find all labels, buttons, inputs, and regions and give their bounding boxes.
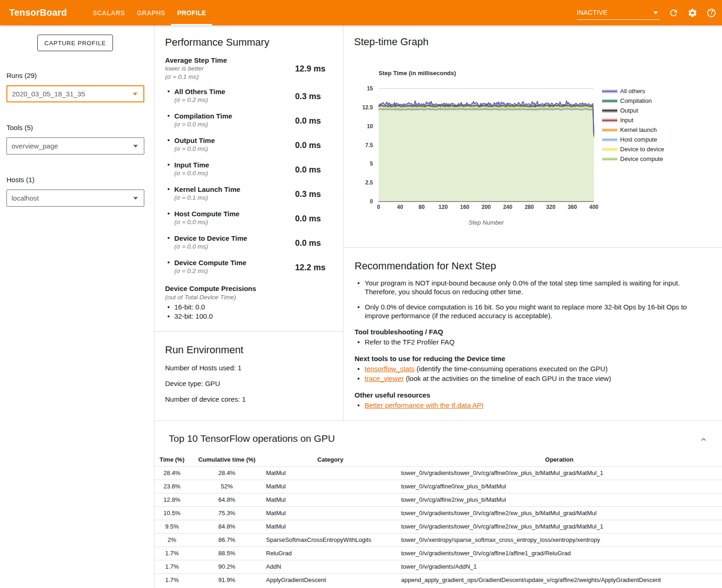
status-select[interactable]: INACTIVE — [577, 6, 660, 20]
recommendation-card: Recommendation for Next Step Your progra… — [344, 248, 722, 410]
precision-item: 32-bit: 100.0 — [165, 312, 343, 321]
metric-row: •Host Compute Time(σ = 0.0 ms)0.0 ms — [165, 209, 343, 228]
metric-sigma: (σ = 0.0 ms) — [174, 243, 290, 251]
link[interactable]: trace_viewer — [365, 374, 404, 382]
capture-profile-button[interactable]: CAPTURE PROFILE — [37, 35, 113, 51]
bullet-dot: • — [167, 185, 170, 193]
section-heading: Tool troubleshooting / FAQ — [355, 327, 708, 336]
table-header-row: Time (%) Cumulative time (%) Category Op… — [154, 453, 722, 466]
svg-text:15: 15 — [367, 85, 373, 92]
svg-text:Step Time (in milliseconds): Step Time (in milliseconds) — [379, 70, 456, 77]
section-item: tensorflow_stats (identify the time-cons… — [355, 364, 708, 374]
time-cell: 12.8% — [154, 493, 189, 506]
tab-profile[interactable]: PROFILE — [171, 0, 212, 25]
time-cell: 23.6% — [154, 480, 189, 493]
hosts-select-value: localhost — [12, 194, 39, 202]
average-step-time-row: Average Step Time lower is better (σ = 0… — [165, 56, 343, 81]
metric-value: 0.3 ms — [295, 92, 321, 101]
svg-text:7.5: 7.5 — [365, 142, 373, 148]
svg-text:Compilation: Compilation — [620, 97, 652, 104]
tensorboard-profile-page: TensorBoard SCALARS GRAPHS PROFILE INACT… — [0, 0, 722, 588]
top-nav-tabs: SCALARS GRAPHS PROFILE — [87, 0, 212, 25]
operation-cell: tower_0/v/cg/affine0/xw_plus_b/MatMul — [397, 480, 722, 493]
metric-row: •Device to Device Time(σ = 0.0 ms)0.0 ms — [165, 234, 343, 252]
metric-label: Average Step Time — [165, 56, 280, 65]
top-ops-title: Top 10 TensorFlow operations on GPU — [169, 433, 722, 444]
step-time-chart[interactable]: Step Time (in milliseconds)02.557.51012.… — [344, 62, 722, 233]
metric-list: •All Others Time(σ = 0.2 ms)0.3 ms•Compi… — [165, 87, 343, 277]
metric-value: 0.0 ms — [295, 116, 321, 126]
cumulative-cell: 90.2% — [189, 560, 264, 573]
metric-value: 12.9 ms — [295, 64, 325, 73]
metric-sigma: (σ = 0.1 ms) — [174, 194, 290, 202]
tools-label: Tools (5) — [6, 124, 154, 131]
metric-label: All Others Time — [174, 87, 290, 96]
hosts-select[interactable]: localhost — [6, 190, 144, 207]
performance-summary-card: Performance Summary Average Step Time lo… — [154, 25, 343, 321]
hosts-label: Hosts (1) — [6, 176, 154, 184]
category-cell: AddN — [264, 560, 397, 573]
tab-scalars[interactable]: SCALARS — [87, 0, 131, 25]
tools-select[interactable]: overview_page — [6, 137, 144, 154]
top-ops-table: Time (%) Cumulative time (%) Category Op… — [154, 453, 722, 587]
metric-sigma: (σ = 0.1 ms) — [165, 73, 280, 81]
svg-text:160: 160 — [460, 204, 469, 210]
performance-summary-title: Performance Summary — [165, 36, 343, 48]
table-row: 1.7%90.2%AddNtower_0/v/gradients/AddN_1 — [154, 560, 722, 573]
recommendation-title: Recommendation for Next Step — [355, 260, 708, 272]
tab-graphs[interactable]: GRAPHS — [131, 0, 172, 25]
time-cell: 1.7% — [154, 546, 189, 560]
chevron-down-icon — [133, 197, 138, 200]
cumulative-cell: 28.4% — [189, 466, 264, 480]
metric-sigma: (σ = 0.0 ms) — [174, 145, 290, 153]
svg-text:10: 10 — [367, 123, 373, 130]
svg-text:Step Number: Step Number — [468, 219, 504, 226]
table-row: 23.6%52%MatMultower_0/v/cg/affine0/xw_pl… — [154, 480, 722, 493]
category-cell: MatMul — [264, 493, 397, 506]
metric-row: •Kernel Launch Time(σ = 0.1 ms)0.3 ms — [165, 185, 343, 203]
run-env-line: Device type: GPU — [165, 380, 343, 387]
run-environment-title: Run Environment — [165, 344, 343, 356]
svg-text:400: 400 — [589, 204, 598, 210]
svg-text:Input: Input — [620, 117, 633, 124]
link[interactable]: Better performance with the tf.data API — [365, 401, 484, 409]
time-cell: 10.5% — [154, 506, 189, 520]
svg-text:5: 5 — [370, 160, 373, 167]
table-row: 12.8%64.8%MatMultower_0/v/cg/affine2/xw_… — [154, 493, 722, 506]
reload-icon[interactable] — [669, 8, 679, 18]
link[interactable]: tensorflow_stats — [365, 365, 414, 373]
chevron-down-icon — [653, 12, 658, 14]
help-icon[interactable] — [706, 8, 716, 18]
metric-value: 0.0 ms — [295, 238, 321, 248]
svg-text:200: 200 — [481, 204, 491, 210]
metric-value: 12.2 ms — [295, 263, 325, 273]
table-row: 2%86.7%SparseSoftmaxCrossEntropyWithLogi… — [154, 533, 722, 546]
right-column: Step-time Graph Step Time (in millisecon… — [344, 25, 722, 421]
metric-value: 0.3 ms — [295, 190, 321, 199]
cumulative-cell: 88.5% — [189, 546, 264, 560]
precisions-list: 16-bit: 0.032-bit: 100.0 — [165, 303, 343, 321]
svg-text:All others: All others — [620, 88, 645, 95]
col-category: Category — [264, 453, 397, 466]
bullet-dot: • — [167, 234, 170, 242]
section-heading: Next tools to use for reducing the Devic… — [355, 354, 708, 363]
chevron-up-icon[interactable] — [699, 435, 708, 444]
runs-select-value: 2020_03_05_18_31_35 — [12, 90, 85, 98]
metric-label: Device Compute Time — [174, 258, 290, 267]
table-row: 10.5%75.3%MatMultower_0/v/gradients/towe… — [154, 506, 722, 520]
operation-cell: append_apply_gradient_ops/GradientDescen… — [397, 573, 722, 587]
category-cell: MatMul — [264, 506, 397, 520]
metric-label: Host Compute Time — [174, 209, 290, 218]
run-env-line: Number of device cores: 1 — [165, 395, 343, 403]
recommendation-section: Other useful resourcesBetter performance… — [355, 391, 708, 410]
runs-select[interactable]: 2020_03_05_18_31_35 — [6, 85, 144, 102]
metric-sigma: (σ = 0.2 ms) — [174, 96, 290, 104]
table-row: 9.5%84.8%MatMultower_0/v/gradients/tower… — [154, 520, 722, 533]
svg-text:280: 280 — [525, 204, 534, 210]
category-cell: MatMul — [264, 466, 397, 480]
bullet-dot: • — [167, 112, 170, 119]
gear-icon[interactable] — [687, 8, 698, 18]
table-row: 28.4%28.4%MatMultower_0/v/gradients/towe… — [154, 466, 722, 480]
run-env-line: Number of Hosts used: 1 — [165, 364, 343, 372]
svg-text:320: 320 — [546, 204, 556, 210]
